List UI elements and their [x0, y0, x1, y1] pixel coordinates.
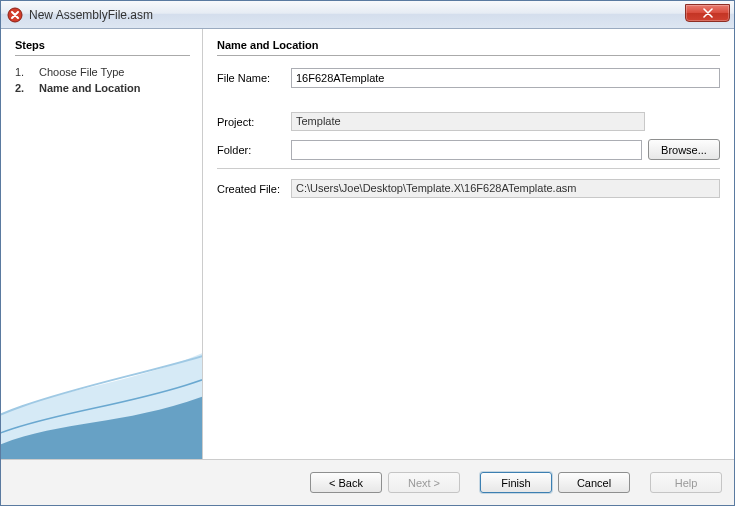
- help-button: Help: [650, 472, 722, 493]
- step-item: 1. Choose File Type: [15, 64, 190, 80]
- steps-list: 1. Choose File Type 2. Name and Location: [15, 64, 190, 96]
- project-field: Template: [291, 112, 645, 131]
- project-row: Project: Template: [217, 112, 720, 131]
- filename-input[interactable]: [291, 68, 720, 88]
- close-icon: [703, 8, 713, 18]
- step-label: Choose File Type: [39, 64, 124, 80]
- createdfile-row: Created File: C:\Users\Joe\Desktop\Templ…: [217, 179, 720, 198]
- divider: [217, 168, 720, 169]
- finish-button[interactable]: Finish: [480, 472, 552, 493]
- back-button[interactable]: < Back: [310, 472, 382, 493]
- step-number: 2.: [15, 80, 29, 96]
- app-icon: [7, 7, 23, 23]
- dialog-body: Steps 1. Choose File Type 2. Name and Lo…: [1, 29, 734, 459]
- button-bar: < Back Next > Finish Cancel Help: [1, 459, 734, 505]
- createdfile-label: Created File:: [217, 183, 285, 195]
- step-number: 1.: [15, 64, 29, 80]
- folder-row: Folder: Browse...: [217, 139, 720, 160]
- steps-panel: Steps 1. Choose File Type 2. Name and Lo…: [1, 29, 203, 459]
- content-panel: Name and Location File Name: Project: Te…: [203, 29, 734, 459]
- filename-row: File Name:: [217, 68, 720, 88]
- decorative-swoosh: [1, 249, 203, 459]
- content-heading: Name and Location: [217, 39, 720, 56]
- next-button: Next >: [388, 472, 460, 493]
- folder-label: Folder:: [217, 144, 285, 156]
- folder-input[interactable]: [291, 140, 642, 160]
- step-item: 2. Name and Location: [15, 80, 190, 96]
- filename-label: File Name:: [217, 72, 285, 84]
- step-label: Name and Location: [39, 80, 140, 96]
- steps-heading: Steps: [15, 39, 190, 56]
- titlebar: New AssemblyFile.asm: [1, 1, 734, 29]
- close-button[interactable]: [685, 4, 730, 22]
- project-label: Project:: [217, 116, 285, 128]
- window-title: New AssemblyFile.asm: [29, 8, 153, 22]
- browse-button[interactable]: Browse...: [648, 139, 720, 160]
- createdfile-field: C:\Users\Joe\Desktop\Template.X\16F628AT…: [291, 179, 720, 198]
- cancel-button[interactable]: Cancel: [558, 472, 630, 493]
